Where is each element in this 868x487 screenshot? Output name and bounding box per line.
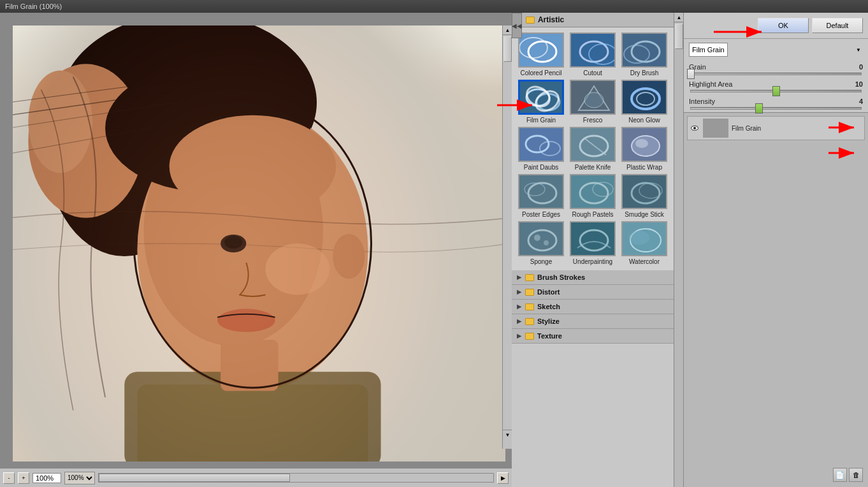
filter-thumb-underpainting xyxy=(570,221,616,256)
highlight-area-value: 10 xyxy=(850,80,863,88)
filter-item-plastic-wrap[interactable]: Plastic Wrap xyxy=(620,127,669,171)
filter-thumb-rough-pastels xyxy=(570,174,616,209)
filter-item-fresco[interactable]: Fresco xyxy=(568,80,617,124)
highlight-area-slider-track[interactable] xyxy=(690,90,862,92)
photo-canvas xyxy=(13,25,505,462)
filter-item-poster-edges[interactable]: Poster Edges xyxy=(517,174,565,218)
stylize-expand-arrow: ▶ xyxy=(517,318,522,324)
hscroll-thumb[interactable] xyxy=(99,474,290,482)
artistic-category-header[interactable]: ▼ Artistic xyxy=(512,13,674,27)
filter-item-paint-daubs[interactable]: Paint Daubs xyxy=(517,127,565,171)
collapse-panel-button[interactable]: ◀◀ xyxy=(512,13,522,38)
highlight-area-label: Highlight Area xyxy=(689,80,733,88)
filter-label-colored-pencil: Colored Pencil xyxy=(520,69,561,76)
filter-browser-content: ▼ Artistic xyxy=(512,13,683,487)
filter-thumb-paint-daubs xyxy=(518,127,564,162)
canvas-area: ▲ ▼ xyxy=(0,13,512,468)
filter-thumb-poster-edges xyxy=(518,174,564,209)
zoom-plus-button[interactable]: + xyxy=(18,472,29,484)
scroll-thumb[interactable] xyxy=(503,36,512,62)
zoom-minus-button[interactable]: - xyxy=(3,472,15,484)
intensity-slider-thumb[interactable] xyxy=(755,103,763,113)
paint-daubs-preview xyxy=(519,128,564,162)
stylize-header[interactable]: ▶ Stylize xyxy=(512,314,674,328)
new-layer-button[interactable]: 📄 xyxy=(833,468,847,482)
filter-item-underpainting[interactable]: Underpainting xyxy=(568,221,617,265)
filter-thumb-sponge xyxy=(518,221,564,256)
filter-label-cutout: Cutout xyxy=(583,69,602,76)
svg-point-6 xyxy=(28,70,92,173)
plastic-wrap-preview xyxy=(623,128,667,162)
sketch-header[interactable]: ▶ Sketch xyxy=(512,300,674,314)
intensity-slider-track[interactable] xyxy=(690,107,862,110)
filter-select[interactable]: Film Grain xyxy=(689,43,728,57)
intensity-label-row: Intensity 4 xyxy=(689,98,863,105)
layer-name: Film Grain xyxy=(732,125,761,132)
fresco-preview xyxy=(571,81,616,115)
film-grain-preview xyxy=(520,82,564,115)
grain-slider-track[interactable] xyxy=(690,73,862,75)
filter-label-plastic-wrap: Plastic Wrap xyxy=(626,164,662,171)
horizontal-scrollbar[interactable] xyxy=(98,473,494,483)
svg-rect-31 xyxy=(520,82,564,115)
colored-pencil-preview xyxy=(519,34,564,68)
filter-browser-scroll-area[interactable]: ▼ Artistic xyxy=(512,13,674,487)
filter-item-neon-glow[interactable]: Neon Glow xyxy=(620,80,669,124)
filter-label-smudge-stick: Smudge Stick xyxy=(625,211,664,218)
scroll-up-button[interactable]: ▲ xyxy=(503,25,512,35)
new-layer-icon: 📄 xyxy=(835,471,844,479)
filter-label-palette-knife: Palette Knife xyxy=(575,164,611,171)
filter-item-rough-pastels[interactable]: Rough Pastels xyxy=(568,174,617,218)
zoom-select[interactable]: 100% xyxy=(64,472,95,484)
filter-label-sponge: Sponge xyxy=(530,258,552,265)
stylize-category[interactable]: ▶ Stylize xyxy=(512,314,674,329)
brush-strokes-header[interactable]: ▶ Brush Strokes xyxy=(512,270,674,284)
filter-browser-vscroll[interactable]: ▲ xyxy=(674,13,683,487)
artistic-label: Artistic xyxy=(538,15,564,24)
canvas-vertical-scrollbar[interactable]: ▲ ▼ xyxy=(502,25,512,449)
delete-layer-button[interactable]: 🗑 xyxy=(849,468,863,482)
dry-brush-preview xyxy=(623,34,667,68)
filter-item-palette-knife[interactable]: Palette Knife xyxy=(568,127,617,171)
filter-item-film-grain[interactable]: Film Grain xyxy=(517,80,565,124)
filter-thumb-palette-knife xyxy=(570,127,616,162)
filter-item-dry-brush[interactable]: Dry Brush xyxy=(620,33,669,76)
texture-category[interactable]: ▶ Texture xyxy=(512,329,674,344)
distort-header[interactable]: ▶ Distort xyxy=(512,285,674,299)
filter-item-watercolor[interactable]: Watercolor xyxy=(620,221,669,265)
filter-thumb-plastic-wrap xyxy=(621,127,667,162)
filter-item-colored-pencil[interactable]: Colored Pencil xyxy=(517,33,565,76)
ok-button[interactable]: OK xyxy=(758,18,809,33)
layer-item-film-grain[interactable]: Film Grain xyxy=(687,116,865,140)
svg-rect-13 xyxy=(137,384,368,462)
filter-thumb-dry-brush xyxy=(621,33,667,68)
filter-item-cutout[interactable]: Cutout xyxy=(568,33,617,76)
highlight-area-slider-thumb[interactable] xyxy=(772,86,780,96)
grain-slider-thumb[interactable] xyxy=(687,69,695,79)
sketch-label: Sketch xyxy=(537,303,560,310)
scroll-right-button[interactable]: ▶ xyxy=(497,472,509,484)
svg-point-48 xyxy=(635,139,648,148)
cutout-preview xyxy=(571,34,616,68)
texture-header[interactable]: ▶ Texture xyxy=(512,329,674,343)
distort-folder-icon xyxy=(525,289,534,296)
grain-param-row: Grain 0 xyxy=(684,61,868,78)
default-button[interactable]: Default xyxy=(812,18,863,33)
filter-vscroll-thumb[interactable] xyxy=(675,24,683,49)
svg-point-8 xyxy=(170,115,336,218)
collapse-icon: ◀◀ xyxy=(512,22,522,29)
filter-thumb-neon-glow xyxy=(621,80,667,115)
filter-item-sponge[interactable]: Sponge xyxy=(517,221,565,265)
artistic-folder-icon xyxy=(526,17,535,24)
distort-label: Distort xyxy=(537,288,560,296)
brush-strokes-category[interactable]: ▶ Brush Strokes xyxy=(512,270,674,285)
filter-thumb-film-grain xyxy=(518,80,564,115)
filter-item-smudge-stick[interactable]: Smudge Stick xyxy=(620,174,669,218)
sketch-category[interactable]: ▶ Sketch xyxy=(512,300,674,314)
svg-point-60 xyxy=(534,235,540,241)
filter-scroll-up[interactable]: ▲ xyxy=(674,13,683,22)
distort-category[interactable]: ▶ Distort xyxy=(512,285,674,300)
scroll-down-button[interactable]: ▼ xyxy=(503,430,512,439)
layer-visibility-toggle[interactable] xyxy=(690,123,700,133)
svg-point-33 xyxy=(537,94,560,110)
